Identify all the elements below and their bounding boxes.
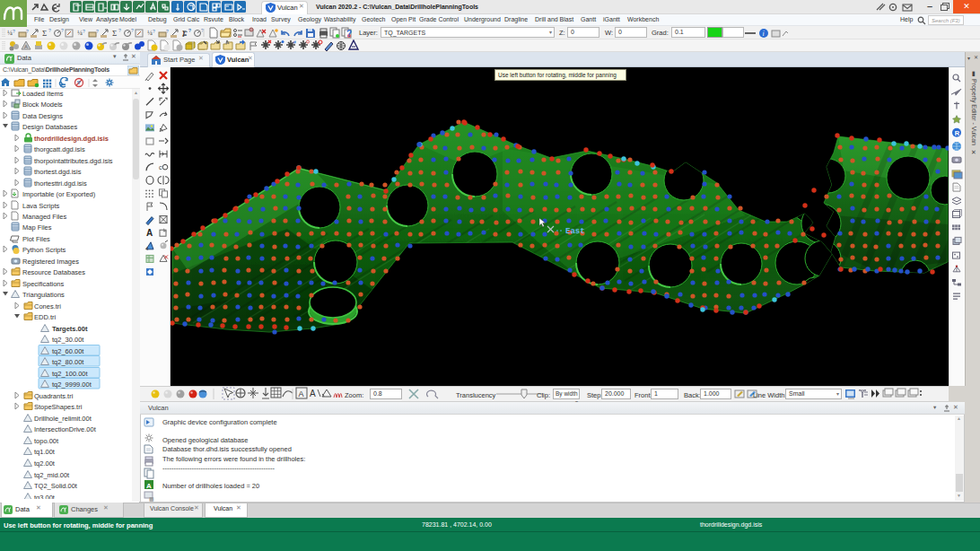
svg-text:A: A xyxy=(24,44,28,49)
svg-text:thorpointattributes.dgd.isis: thorpointattributes.dgd.isis xyxy=(34,157,113,165)
svg-text:Triangulations: Triangulations xyxy=(22,291,65,299)
svg-text:?: ? xyxy=(61,28,64,33)
svg-text:tq2.00t: tq2.00t xyxy=(34,459,56,468)
svg-text:?: ? xyxy=(96,29,99,34)
svg-text:Data Designs: Data Designs xyxy=(22,112,63,120)
svg-text:?: ? xyxy=(26,29,29,34)
svg-text:?: ? xyxy=(188,28,191,33)
svg-text:Plot Files: Plot Files xyxy=(22,235,50,243)
svg-text:tq3.00t: tq3.00t xyxy=(34,494,56,499)
svg-text:?: ? xyxy=(83,29,85,34)
svg-text:IntersectionDrive.00t: IntersectionDrive.00t xyxy=(34,425,97,433)
svg-text:c: c xyxy=(159,164,162,171)
svg-text:Design Databases: Design Databases xyxy=(22,123,78,131)
svg-text:#: # xyxy=(293,39,296,45)
svg-text:EDD.tri: EDD.tri xyxy=(34,313,57,321)
svg-text:Loaded Items: Loaded Items xyxy=(22,90,64,98)
svg-text:StopeShapes.tri: StopeShapes.tri xyxy=(34,403,83,411)
svg-text:?: ? xyxy=(153,29,155,34)
svg-text:Cones.tri: Cones.tri xyxy=(34,302,61,310)
svg-text:?: ? xyxy=(13,29,15,34)
svg-text:Resource Databases: Resource Databases xyxy=(22,268,85,276)
svg-text:Managed Files: Managed Files xyxy=(22,213,66,221)
svg-text:Drillhole_relimit.00t: Drillhole_relimit.00t xyxy=(34,415,92,423)
svg-text:tq1.00t: tq1.00t xyxy=(34,448,56,456)
svg-text:Map Files: Map Files xyxy=(22,223,52,232)
svg-text:tq2_60.00t: tq2_60.00t xyxy=(52,347,84,355)
svg-text:F: F xyxy=(181,30,188,39)
svg-text:Σ: Σ xyxy=(42,29,47,38)
svg-text:?: ? xyxy=(166,29,169,34)
svg-text:Registered Images: Registered Images xyxy=(22,258,79,266)
svg-text:A: A xyxy=(299,389,304,398)
svg-text:thortesttri.dgd.isis: thortesttri.dgd.isis xyxy=(34,179,87,188)
svg-text:?: ? xyxy=(48,28,51,33)
svg-text:Python Scripts: Python Scripts xyxy=(22,246,66,254)
svg-text:?: ? xyxy=(118,28,121,33)
svg-text:East: East xyxy=(565,227,585,236)
svg-text:thortest.dgd.isis: thortest.dgd.isis xyxy=(34,168,82,176)
svg-text:Importable (or Exported): Importable (or Exported) xyxy=(22,190,96,198)
svg-text:Quadrants.tri: Quadrants.tri xyxy=(34,392,74,400)
svg-text:Block Models: Block Models xyxy=(22,101,63,109)
svg-text:Targets.00t: Targets.00t xyxy=(52,325,88,333)
svg-text:tq2_100.00t: tq2_100.00t xyxy=(52,370,89,378)
svg-text:A: A xyxy=(146,228,153,238)
svg-text:A: A xyxy=(146,482,152,490)
svg-text:tq2_9999.00t: tq2_9999.00t xyxy=(52,380,92,389)
svg-text:tq2_30.00t: tq2_30.00t xyxy=(52,336,84,344)
svg-text:A: A xyxy=(310,389,316,398)
svg-text:?: ? xyxy=(131,28,134,33)
svg-text:i: i xyxy=(763,30,765,38)
svg-text:TQ2_Solid.00t: TQ2_Solid.00t xyxy=(34,482,78,490)
svg-text:thordrilldesign.dgd.isis: thordrilldesign.dgd.isis xyxy=(34,135,109,143)
svg-text:?: ? xyxy=(346,29,352,39)
svg-text:tq2_80.00t: tq2_80.00t xyxy=(52,358,84,366)
svg-text:Σ: Σ xyxy=(112,29,117,38)
svg-text:Lava Scripts: Lava Scripts xyxy=(22,202,60,210)
svg-text:tq2_mid.00t: tq2_mid.00t xyxy=(34,471,70,479)
svg-text:thorgcatt.dgd.isis: thorgcatt.dgd.isis xyxy=(34,145,85,153)
svg-text:Specifications: Specifications xyxy=(22,280,65,288)
svg-text:topo.00t: topo.00t xyxy=(34,437,59,445)
svg-text:R: R xyxy=(955,129,960,137)
